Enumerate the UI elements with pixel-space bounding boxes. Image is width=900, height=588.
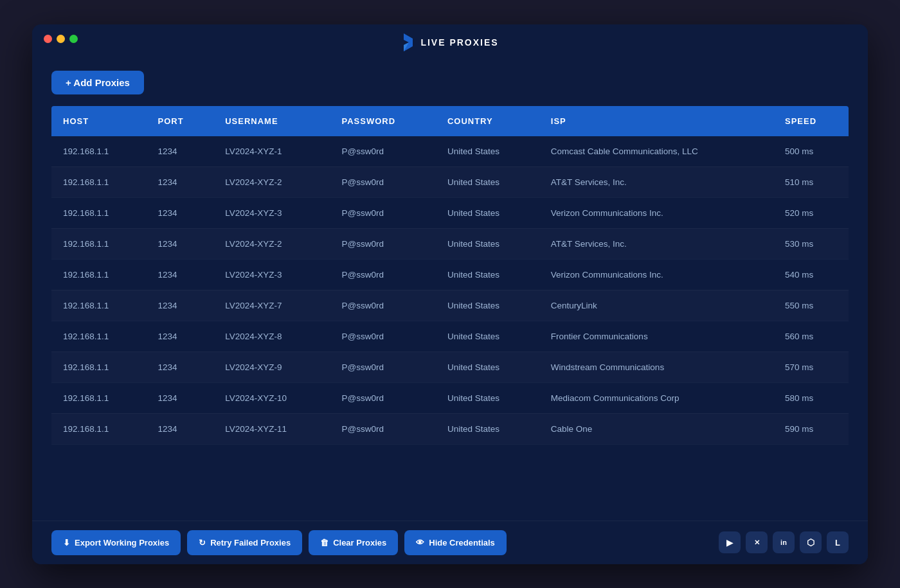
cell-speed: 520 ms <box>773 197 849 228</box>
table-row[interactable]: 192.168.1.11234LV2024-XYZ-1P@ssw0rdUnite… <box>51 136 849 167</box>
col-password: PASSWORD <box>330 106 435 136</box>
hide-label: Hide Credentials <box>429 538 495 548</box>
cell-port: 1234 <box>147 352 214 382</box>
cell-host: 192.168.1.1 <box>51 228 147 259</box>
proxy-table-container[interactable]: HOST PORT USERNAME PASSWORD COUNTRY ISP … <box>51 106 849 521</box>
cell-isp: AT&T Services, Inc. <box>539 228 773 259</box>
retry-proxies-button[interactable]: ↻ Retry Failed Proxies <box>187 530 302 555</box>
cell-speed: 560 ms <box>773 321 849 352</box>
titlebar: LIVE PROXIES <box>32 24 868 58</box>
cell-speed: 590 ms <box>773 413 849 444</box>
cell-country: United States <box>436 413 539 444</box>
retry-label: Retry Failed Proxies <box>210 538 291 548</box>
table-row[interactable]: 192.168.1.11234LV2024-XYZ-2P@ssw0rdUnite… <box>51 166 849 197</box>
cell-country: United States <box>436 290 539 321</box>
export-proxies-button[interactable]: ⬇ Export Working Proxies <box>51 530 181 555</box>
cell-password: P@ssw0rd <box>330 290 435 321</box>
cell-speed: 500 ms <box>773 136 849 167</box>
cell-port: 1234 <box>147 259 214 290</box>
footer: ⬇ Export Working Proxies ↻ Retry Failed … <box>32 521 868 564</box>
table-row[interactable]: 192.168.1.11234LV2024-XYZ-3P@ssw0rdUnite… <box>51 259 849 290</box>
cell-isp: Frontier Communications <box>539 321 773 352</box>
eye-icon: 👁 <box>416 538 424 548</box>
cell-password: P@ssw0rd <box>330 136 435 167</box>
cell-isp: Verizon Communications Inc. <box>539 259 773 290</box>
cell-speed: 580 ms <box>773 382 849 413</box>
cell-port: 1234 <box>147 382 214 413</box>
table-body: 192.168.1.11234LV2024-XYZ-1P@ssw0rdUnite… <box>51 136 849 445</box>
clear-label: Clear Proxies <box>333 538 386 548</box>
cell-speed: 510 ms <box>773 166 849 197</box>
cell-country: United States <box>436 382 539 413</box>
table-row[interactable]: 192.168.1.11234LV2024-XYZ-10P@ssw0rdUnit… <box>51 382 849 413</box>
cell-isp: Comcast Cable Communications, LLC <box>539 136 773 167</box>
cell-username: LV2024-XYZ-10 <box>213 382 330 413</box>
table-row[interactable]: 192.168.1.11234LV2024-XYZ-9P@ssw0rdUnite… <box>51 352 849 382</box>
table-row[interactable]: 192.168.1.11234LV2024-XYZ-11P@ssw0rdUnit… <box>51 413 849 444</box>
hide-credentials-button[interactable]: 👁 Hide Credentials <box>404 530 507 555</box>
col-username: USERNAME <box>213 106 330 136</box>
linkedin-button[interactable]: in <box>773 531 795 553</box>
maximize-button[interactable] <box>69 35 78 43</box>
table-header: HOST PORT USERNAME PASSWORD COUNTRY ISP … <box>51 106 849 136</box>
cell-country: United States <box>436 259 539 290</box>
table-row[interactable]: 192.168.1.11234LV2024-XYZ-8P@ssw0rdUnite… <box>51 321 849 352</box>
cell-host: 192.168.1.1 <box>51 197 147 228</box>
col-port: PORT <box>147 106 214 136</box>
close-button[interactable] <box>44 35 52 43</box>
cell-password: P@ssw0rd <box>330 259 435 290</box>
app-logo-icon <box>401 33 415 51</box>
live-proxies-social-button[interactable]: L <box>827 531 849 553</box>
cell-port: 1234 <box>147 197 214 228</box>
trash-icon: 🗑 <box>320 538 328 548</box>
table-row[interactable]: 192.168.1.11234LV2024-XYZ-2P@ssw0rdUnite… <box>51 228 849 259</box>
cell-username: LV2024-XYZ-2 <box>213 228 330 259</box>
col-host: HOST <box>51 106 147 136</box>
cell-isp: Windstream Communications <box>539 352 773 382</box>
add-proxies-button[interactable]: + Add Proxies <box>51 71 144 94</box>
cell-country: United States <box>436 321 539 352</box>
col-country: COUNTRY <box>436 106 539 136</box>
cell-username: LV2024-XYZ-3 <box>213 259 330 290</box>
table-row[interactable]: 192.168.1.11234LV2024-XYZ-7P@ssw0rdUnite… <box>51 290 849 321</box>
cell-country: United States <box>436 352 539 382</box>
table-row[interactable]: 192.168.1.11234LV2024-XYZ-3P@ssw0rdUnite… <box>51 197 849 228</box>
cell-port: 1234 <box>147 136 214 167</box>
twitter-button[interactable]: ✕ <box>746 531 768 553</box>
cell-isp: Cable One <box>539 413 773 444</box>
cell-host: 192.168.1.1 <box>51 259 147 290</box>
cell-password: P@ssw0rd <box>330 228 435 259</box>
cell-isp: AT&T Services, Inc. <box>539 166 773 197</box>
cell-username: LV2024-XYZ-8 <box>213 321 330 352</box>
cell-host: 192.168.1.1 <box>51 166 147 197</box>
cell-host: 192.168.1.1 <box>51 352 147 382</box>
col-speed: SPEED <box>773 106 849 136</box>
cell-port: 1234 <box>147 290 214 321</box>
cell-username: LV2024-XYZ-3 <box>213 197 330 228</box>
cell-password: P@ssw0rd <box>330 352 435 382</box>
cell-isp: Mediacom Communications Corp <box>539 382 773 413</box>
cell-password: P@ssw0rd <box>330 197 435 228</box>
cell-country: United States <box>436 166 539 197</box>
export-icon: ⬇ <box>63 538 70 548</box>
app-window: LIVE PROXIES + Add Proxies HOST PORT USE… <box>32 24 868 564</box>
cell-host: 192.168.1.1 <box>51 382 147 413</box>
cell-username: LV2024-XYZ-1 <box>213 136 330 167</box>
export-label: Export Working Proxies <box>75 538 169 548</box>
cell-password: P@ssw0rd <box>330 321 435 352</box>
social-icons: ▶ ✕ in ⬡ L <box>719 531 849 553</box>
proxy-table: HOST PORT USERNAME PASSWORD COUNTRY ISP … <box>51 106 849 445</box>
youtube-button[interactable]: ▶ <box>719 531 741 553</box>
cell-username: LV2024-XYZ-2 <box>213 166 330 197</box>
clear-proxies-button[interactable]: 🗑 Clear Proxies <box>309 530 398 555</box>
cell-host: 192.168.1.1 <box>51 413 147 444</box>
discord-button[interactable]: ⬡ <box>800 531 822 553</box>
cell-port: 1234 <box>147 321 214 352</box>
retry-icon: ↻ <box>199 538 206 548</box>
cell-country: United States <box>436 228 539 259</box>
cell-host: 192.168.1.1 <box>51 290 147 321</box>
cell-host: 192.168.1.1 <box>51 136 147 167</box>
minimize-button[interactable] <box>57 35 65 43</box>
cell-isp: CenturyLink <box>539 290 773 321</box>
traffic-lights <box>44 35 78 43</box>
